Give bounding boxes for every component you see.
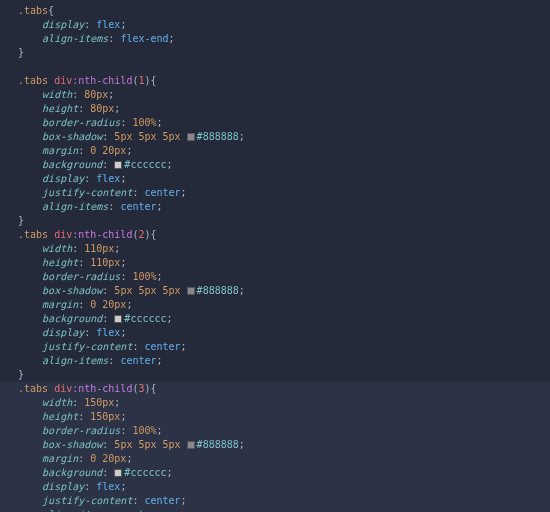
code-line[interactable]: height: 110px; — [18, 256, 550, 270]
code-line[interactable]: align-items: center; — [18, 354, 550, 368]
brace-close[interactable]: } — [18, 214, 550, 228]
code-line[interactable]: height: 150px; — [0, 410, 550, 424]
code-line[interactable]: border-radius: 100%; — [18, 270, 550, 284]
blank-line — [18, 60, 550, 74]
selector-line[interactable]: .tabs div:nth-child(1){ — [18, 74, 550, 88]
code-line[interactable]: margin: 0 20px; — [18, 298, 550, 312]
code-line[interactable]: align-items: flex-end; — [18, 32, 550, 46]
code-line[interactable]: box-shadow: 5px 5px 5px #888888; — [18, 130, 550, 144]
code-line[interactable]: justify-content: center; — [18, 340, 550, 354]
selector-line[interactable]: .tabs div:nth-child(2){ — [18, 228, 550, 242]
code-line[interactable]: display: flex; — [18, 18, 550, 32]
code-line[interactable]: align-items: center; — [0, 508, 550, 512]
code-line[interactable]: box-shadow: 5px 5px 5px #888888; — [18, 284, 550, 298]
code-line[interactable]: justify-content: center; — [0, 494, 550, 508]
code-line[interactable]: background: #cccccc; — [18, 158, 550, 172]
code-line[interactable]: height: 80px; — [18, 102, 550, 116]
selector-line[interactable]: .tabs{ — [18, 4, 550, 18]
code-line[interactable]: width: 110px; — [18, 242, 550, 256]
code-line[interactable]: background: #cccccc; — [18, 312, 550, 326]
code-line[interactable]: border-radius: 100%; — [0, 424, 550, 438]
code-line[interactable]: margin: 0 20px; — [0, 452, 550, 466]
code-line[interactable]: align-items: center; — [18, 200, 550, 214]
selector-line[interactable]: .tabs div:nth-child(3){ — [0, 382, 550, 396]
code-line[interactable]: display: flex; — [0, 480, 550, 494]
code-line[interactable]: border-radius: 100%; — [18, 116, 550, 130]
code-line[interactable]: margin: 0 20px; — [18, 144, 550, 158]
code-line[interactable]: background: #cccccc; — [0, 466, 550, 480]
code-line[interactable]: width: 80px; — [18, 88, 550, 102]
code-line[interactable]: width: 150px; — [0, 396, 550, 410]
brace-close[interactable]: } — [18, 368, 550, 382]
code-editor[interactable]: .tabs{ display: flex; align-items: flex-… — [18, 4, 550, 512]
code-line[interactable]: display: flex; — [18, 326, 550, 340]
brace-close[interactable]: } — [18, 46, 550, 60]
code-line[interactable]: display: flex; — [18, 172, 550, 186]
code-line[interactable]: justify-content: center; — [18, 186, 550, 200]
code-line[interactable]: box-shadow: 5px 5px 5px #888888; — [0, 438, 550, 452]
